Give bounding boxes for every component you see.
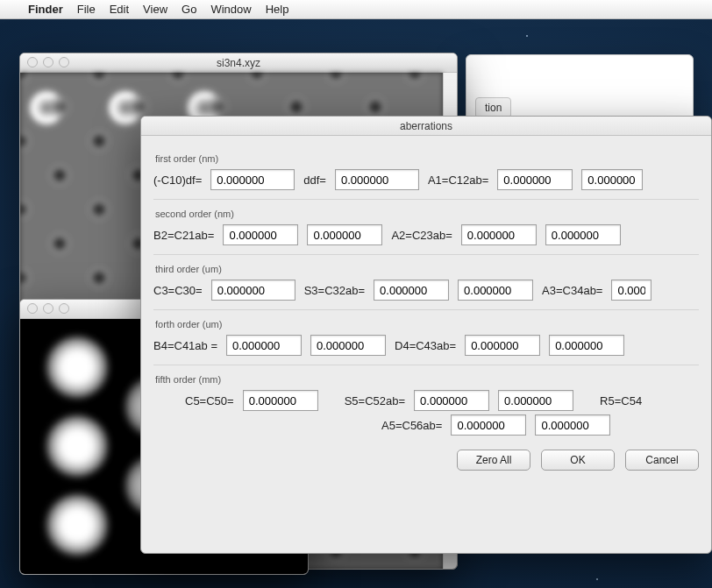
input-ddf[interactable] [335, 169, 419, 190]
menu-edit[interactable]: Edit [110, 3, 129, 16]
input-a3[interactable] [611, 280, 651, 301]
titlebar[interactable]: aberrations [141, 117, 711, 136]
star-icon [596, 578, 598, 580]
close-icon[interactable] [27, 57, 38, 67]
label-ddf: ddf= [303, 174, 326, 187]
label-s5: S5=C52ab= [345, 394, 405, 407]
menu-file[interactable]: File [77, 3, 96, 16]
input-a2-a[interactable] [461, 224, 537, 245]
label-c5: C5=C50= [185, 394, 234, 407]
label-r5: R5=C54 [600, 394, 642, 407]
label-c3: C3=C30= [153, 284, 203, 297]
input-b2-b[interactable] [307, 224, 382, 245]
row-first-order: (-C10)df= ddf= A1=C12ab= [153, 169, 699, 190]
input-a2-b[interactable] [545, 224, 621, 245]
titlebar[interactable]: si3n4.xyz [20, 53, 457, 73]
separator [153, 309, 699, 310]
input-d4-b[interactable] [549, 335, 624, 356]
label-a3: A3=C34ab= [542, 284, 602, 297]
menubar: Finder File Edit View Go Window Help [0, 0, 712, 19]
section-first-order: first order (nm) [155, 153, 699, 164]
zero-all-button[interactable]: Zero All [457, 450, 530, 471]
input-d4-a[interactable] [465, 335, 540, 356]
zoom-icon[interactable] [59, 57, 69, 67]
label-a5: A5=C56ab= [381, 419, 442, 432]
background-tab-label: tion [485, 102, 502, 114]
minimize-icon[interactable] [43, 303, 53, 314]
label-a1: A1=C12ab= [428, 174, 488, 187]
button-bar: Zero All OK Cancel [153, 450, 699, 471]
window-title: si3n4.xyz [217, 57, 260, 69]
input-b4-b[interactable] [310, 335, 386, 356]
star-icon [526, 35, 528, 37]
row-fifth-order-1: C5=C50= S5=C52ab= R5=C54 [153, 390, 699, 411]
label-a2: A2=C23ab= [391, 229, 452, 242]
label-b2: B2=C21ab= [153, 229, 214, 242]
label-s3: S3=C32ab= [304, 284, 365, 297]
input-b4-a[interactable] [226, 335, 302, 356]
separator [153, 365, 699, 365]
input-a1-b[interactable] [581, 169, 643, 190]
section-forth-order: forth order (um) [155, 319, 699, 329]
blob-icon [46, 415, 108, 477]
input-s5-b[interactable] [498, 390, 573, 411]
cancel-button[interactable]: Cancel [625, 450, 699, 471]
ok-button[interactable]: OK [541, 450, 615, 471]
input-c3[interactable] [211, 280, 295, 301]
input-b2-a[interactable] [223, 224, 298, 245]
label-c10: (-C10)df= [153, 174, 202, 187]
menu-help[interactable]: Help [266, 3, 289, 16]
menu-window[interactable]: Window [210, 3, 251, 16]
dialog-title: aberrations [400, 120, 452, 132]
separator [153, 199, 699, 200]
blob-icon [46, 494, 108, 556]
row-forth-order: B4=C41ab = D4=C43ab= [153, 335, 699, 356]
zoom-icon[interactable] [59, 303, 69, 314]
close-icon[interactable] [27, 303, 38, 314]
minimize-icon[interactable] [43, 57, 53, 67]
menu-view[interactable]: View [143, 3, 167, 16]
label-b4: B4=C41ab = [153, 339, 217, 352]
section-third-order: third order (um) [155, 264, 699, 274]
dialog-aberrations: aberrations first order (nm) (-C10)df= d… [140, 116, 712, 554]
input-s3-b[interactable] [458, 280, 533, 301]
menu-go[interactable]: Go [182, 3, 196, 16]
traffic-lights [27, 303, 69, 314]
input-c10[interactable] [210, 169, 295, 190]
input-a5-b[interactable] [535, 414, 610, 436]
input-a1-a[interactable] [497, 169, 573, 190]
row-fifth-order-2: A5=C56ab= [153, 414, 699, 436]
row-third-order: C3=C30= S3=C32ab= A3=C34ab= [153, 280, 699, 301]
traffic-lights [27, 57, 69, 67]
input-s5-a[interactable] [414, 390, 489, 411]
separator [153, 254, 699, 255]
menubar-app-name[interactable]: Finder [28, 3, 63, 16]
input-c5[interactable] [243, 390, 318, 411]
blob-icon [46, 337, 108, 398]
row-second-order: B2=C21ab= A2=C23ab= [153, 224, 699, 245]
section-fifth-order: fifth order (mm) [155, 374, 699, 385]
section-second-order: second order (nm) [155, 209, 699, 219]
label-d4: D4=C43ab= [395, 339, 456, 352]
input-s3-a[interactable] [374, 280, 449, 301]
input-a5-a[interactable] [451, 414, 526, 436]
